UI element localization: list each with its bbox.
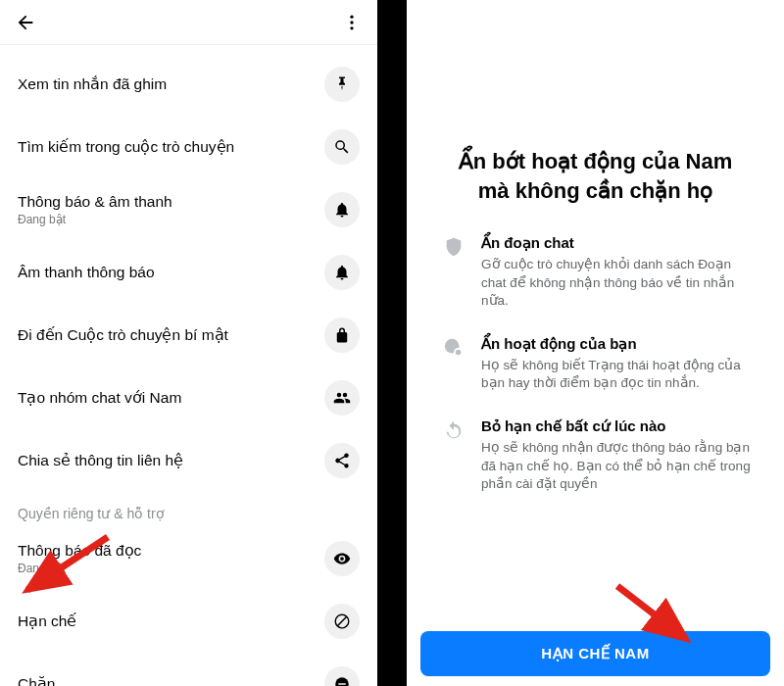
item-label: Đi đến Cuộc trò chuyện bí mật	[18, 326, 324, 344]
item-label: Thông báo & âm thanh	[18, 193, 324, 211]
bell-icon	[324, 192, 360, 227]
feature-hide-activity: Ẩn hoạt động của bạn Họ sẽ không biết Tr…	[436, 335, 755, 392]
restrict-title: Ẩn bớt hoạt động của Nam mà không cần ch…	[407, 147, 784, 205]
privacy-section-header: Quyền riêng tư & hỗ trợ	[0, 492, 377, 527]
item-create-group[interactable]: Tạo nhóm chat với Nam	[0, 367, 377, 429]
svg-point-1	[350, 21, 353, 24]
item-label: Chia sẻ thông tin liên hệ	[18, 452, 324, 469]
svg-rect-4	[338, 683, 346, 685]
item-pinned-messages[interactable]: Xem tin nhắn đã ghim	[0, 53, 377, 116]
svg-point-0	[350, 15, 353, 18]
item-label: Tìm kiếm trong cuộc trò chuyện	[18, 138, 324, 156]
svg-point-2	[350, 26, 353, 29]
item-sublabel: Đang bật	[18, 213, 324, 226]
restrict-info-panel: Ẩn bớt hoạt động của Nam mà không cần ch…	[407, 0, 784, 686]
undo-icon	[436, 417, 471, 441]
item-label: Âm thanh thông báo	[18, 264, 324, 281]
item-secret-chat[interactable]: Đi đến Cuộc trò chuyện bí mật	[0, 304, 377, 367]
status-dot-icon	[436, 335, 471, 359]
eye-icon	[324, 541, 360, 576]
shield-icon	[436, 234, 471, 258]
header-bar	[0, 0, 377, 45]
item-notifications-sound[interactable]: Thông báo & âm thanh Đang bật	[0, 178, 377, 241]
feature-unrestrict: Bỏ hạn chế bất cứ lúc nào Họ sẽ không nh…	[436, 417, 755, 493]
search-icon	[324, 129, 360, 165]
settings-panel: Xem tin nhắn đã ghim Tìm kiếm trong cuộc…	[0, 0, 377, 686]
item-sublabel: Đang bật	[18, 562, 324, 575]
feature-title: Ẩn hoạt động của bạn	[481, 335, 755, 353]
block-icon	[324, 666, 360, 686]
item-read-receipts[interactable]: Thông báo đã đọc Đang bật	[0, 527, 377, 590]
group-icon	[324, 380, 360, 416]
item-notification-sound[interactable]: Âm thanh thông báo	[0, 241, 377, 304]
item-restrict[interactable]: Hạn chế	[0, 590, 377, 653]
share-icon	[324, 443, 360, 478]
lock-icon	[324, 318, 360, 353]
pin-icon	[324, 67, 360, 102]
panel-divider	[377, 0, 407, 686]
item-label: Thông báo đã đọc	[18, 542, 324, 560]
item-label: Hạn chế	[18, 612, 324, 630]
item-label: Chặn	[18, 675, 324, 686]
item-block[interactable]: Chặn	[0, 653, 377, 686]
feature-desc: Họ sẽ không nhận được thông báo rằng bạn…	[481, 439, 755, 493]
more-options-button[interactable]	[340, 11, 364, 34]
item-share-contact[interactable]: Chia sẻ thông tin liên hệ	[0, 429, 377, 492]
bell-icon	[324, 255, 360, 290]
feature-list: Ẩn đoạn chat Gỡ cuộc trò chuyện khỏi dan…	[407, 205, 784, 518]
feature-title: Bỏ hạn chế bất cứ lúc nào	[481, 417, 755, 435]
restrict-icon	[324, 604, 360, 639]
svg-point-7	[455, 349, 462, 356]
item-search-chat[interactable]: Tìm kiếm trong cuộc trò chuyện	[0, 116, 377, 178]
restrict-confirm-button[interactable]: HẠN CHẾ NAM	[420, 631, 770, 676]
item-label: Xem tin nhắn đã ghim	[18, 75, 324, 93]
back-button[interactable]	[14, 11, 37, 34]
settings-list: Xem tin nhắn đã ghim Tìm kiếm trong cuộc…	[0, 45, 377, 686]
feature-desc: Gỡ cuộc trò chuyện khỏi danh sách Đoạn c…	[481, 256, 755, 310]
item-label: Tạo nhóm chat với Nam	[18, 389, 324, 407]
feature-hide-chat: Ẩn đoạn chat Gỡ cuộc trò chuyện khỏi dan…	[436, 234, 755, 310]
feature-desc: Họ sẽ không biết Trạng thái hoạt động củ…	[481, 357, 755, 392]
feature-title: Ẩn đoạn chat	[481, 234, 755, 252]
